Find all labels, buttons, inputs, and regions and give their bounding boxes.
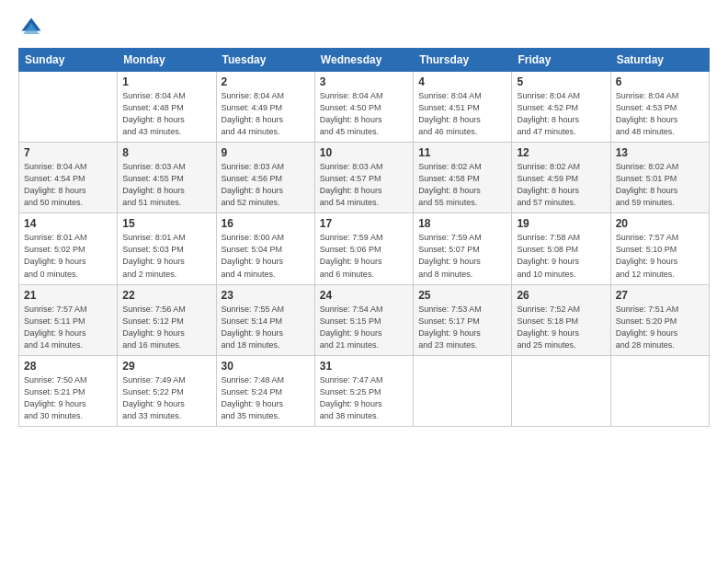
day-cell — [19, 72, 118, 143]
weekday-header-wednesday: Wednesday — [314, 49, 413, 72]
page: SundayMondayTuesdayWednesdayThursdayFrid… — [0, 0, 728, 563]
weekday-header-monday: Monday — [118, 49, 216, 72]
day-info: Sunrise: 8:04 AM Sunset: 4:48 PM Dayligh… — [122, 90, 210, 138]
day-cell — [512, 355, 610, 426]
day-info: Sunrise: 7:49 AM Sunset: 5:22 PM Dayligh… — [122, 374, 210, 422]
weekday-header-sunday: Sunday — [19, 49, 118, 72]
day-info: Sunrise: 7:57 AM Sunset: 5:10 PM Dayligh… — [616, 232, 704, 280]
header — [18, 15, 710, 40]
day-cell: 8Sunrise: 8:03 AM Sunset: 4:55 PM Daylig… — [118, 143, 216, 213]
day-number: 1 — [122, 75, 210, 88]
day-cell: 11Sunrise: 8:02 AM Sunset: 4:58 PM Dayli… — [414, 143, 512, 213]
week-row-5: 28Sunrise: 7:50 AM Sunset: 5:21 PM Dayli… — [19, 355, 710, 426]
day-number: 14 — [24, 217, 112, 230]
day-cell: 9Sunrise: 8:03 AM Sunset: 4:56 PM Daylig… — [216, 143, 314, 213]
day-number: 21 — [24, 289, 112, 302]
day-info: Sunrise: 8:00 AM Sunset: 5:04 PM Dayligh… — [222, 232, 310, 280]
day-number: 7 — [24, 146, 112, 159]
day-info: Sunrise: 7:53 AM Sunset: 5:17 PM Dayligh… — [418, 304, 506, 351]
day-cell: 15Sunrise: 8:01 AM Sunset: 5:03 PM Dayli… — [118, 213, 216, 284]
day-cell: 7Sunrise: 8:04 AM Sunset: 4:54 PM Daylig… — [19, 143, 118, 213]
day-number: 18 — [418, 217, 506, 230]
day-info: Sunrise: 8:03 AM Sunset: 4:57 PM Dayligh… — [320, 161, 408, 209]
weekday-header-friday: Friday — [512, 49, 610, 72]
day-cell: 2Sunrise: 8:04 AM Sunset: 4:49 PM Daylig… — [216, 72, 314, 143]
day-number: 16 — [222, 217, 310, 230]
day-number: 6 — [616, 75, 704, 88]
calendar-table: SundayMondayTuesdayWednesdayThursdayFrid… — [18, 48, 710, 427]
day-cell: 27Sunrise: 7:51 AM Sunset: 5:20 PM Dayli… — [610, 284, 709, 355]
day-number: 17 — [320, 217, 408, 230]
day-number: 5 — [517, 75, 605, 88]
day-cell: 13Sunrise: 8:02 AM Sunset: 5:01 PM Dayli… — [610, 143, 709, 213]
day-cell: 20Sunrise: 7:57 AM Sunset: 5:10 PM Dayli… — [610, 213, 709, 284]
day-number: 11 — [418, 146, 506, 159]
day-info: Sunrise: 8:04 AM Sunset: 4:53 PM Dayligh… — [616, 90, 704, 138]
day-info: Sunrise: 8:02 AM Sunset: 5:01 PM Dayligh… — [616, 161, 704, 209]
day-number: 12 — [517, 146, 605, 159]
day-info: Sunrise: 8:01 AM Sunset: 5:03 PM Dayligh… — [122, 232, 210, 280]
day-number: 31 — [320, 360, 408, 373]
day-info: Sunrise: 7:47 AM Sunset: 5:25 PM Dayligh… — [320, 374, 408, 422]
day-info: Sunrise: 7:50 AM Sunset: 5:21 PM Dayligh… — [24, 374, 112, 422]
day-info: Sunrise: 8:01 AM Sunset: 5:02 PM Dayligh… — [24, 232, 112, 280]
day-cell: 25Sunrise: 7:53 AM Sunset: 5:17 PM Dayli… — [414, 284, 512, 355]
day-cell: 19Sunrise: 7:58 AM Sunset: 5:08 PM Dayli… — [512, 213, 610, 284]
day-info: Sunrise: 7:59 AM Sunset: 5:07 PM Dayligh… — [418, 232, 506, 280]
day-cell: 30Sunrise: 7:48 AM Sunset: 5:24 PM Dayli… — [216, 355, 314, 426]
day-number: 13 — [616, 146, 704, 159]
day-info: Sunrise: 7:58 AM Sunset: 5:08 PM Dayligh… — [517, 232, 605, 280]
day-cell: 3Sunrise: 8:04 AM Sunset: 4:50 PM Daylig… — [314, 72, 413, 143]
day-info: Sunrise: 7:57 AM Sunset: 5:11 PM Dayligh… — [24, 304, 112, 351]
week-row-1: 1Sunrise: 8:04 AM Sunset: 4:48 PM Daylig… — [19, 72, 710, 143]
day-cell: 21Sunrise: 7:57 AM Sunset: 5:11 PM Dayli… — [19, 284, 118, 355]
day-info: Sunrise: 8:04 AM Sunset: 4:51 PM Dayligh… — [418, 90, 506, 138]
weekday-header-saturday: Saturday — [610, 49, 709, 72]
day-number: 15 — [122, 217, 210, 230]
day-info: Sunrise: 8:03 AM Sunset: 4:55 PM Dayligh… — [122, 161, 210, 209]
logo — [18, 15, 48, 40]
day-info: Sunrise: 8:04 AM Sunset: 4:52 PM Dayligh… — [517, 90, 605, 138]
day-number: 28 — [24, 360, 112, 373]
day-cell: 17Sunrise: 7:59 AM Sunset: 5:06 PM Dayli… — [314, 213, 413, 284]
day-cell: 28Sunrise: 7:50 AM Sunset: 5:21 PM Dayli… — [19, 355, 118, 426]
day-info: Sunrise: 8:03 AM Sunset: 4:56 PM Dayligh… — [222, 161, 310, 209]
day-info: Sunrise: 7:56 AM Sunset: 5:12 PM Dayligh… — [122, 304, 210, 351]
day-info: Sunrise: 8:02 AM Sunset: 4:59 PM Dayligh… — [517, 161, 605, 209]
day-info: Sunrise: 8:04 AM Sunset: 4:54 PM Dayligh… — [24, 161, 112, 209]
day-number: 25 — [418, 289, 506, 302]
week-row-4: 21Sunrise: 7:57 AM Sunset: 5:11 PM Dayli… — [19, 284, 710, 355]
day-info: Sunrise: 7:55 AM Sunset: 5:14 PM Dayligh… — [222, 304, 310, 351]
day-cell: 18Sunrise: 7:59 AM Sunset: 5:07 PM Dayli… — [414, 213, 512, 284]
day-info: Sunrise: 7:51 AM Sunset: 5:20 PM Dayligh… — [616, 304, 704, 351]
day-cell: 6Sunrise: 8:04 AM Sunset: 4:53 PM Daylig… — [610, 72, 709, 143]
weekday-header-thursday: Thursday — [414, 49, 512, 72]
day-number: 22 — [122, 289, 210, 302]
day-cell: 4Sunrise: 8:04 AM Sunset: 4:51 PM Daylig… — [414, 72, 512, 143]
day-info: Sunrise: 7:59 AM Sunset: 5:06 PM Dayligh… — [320, 232, 408, 280]
day-info: Sunrise: 7:48 AM Sunset: 5:24 PM Dayligh… — [222, 374, 310, 422]
day-cell — [414, 355, 512, 426]
day-cell: 5Sunrise: 8:04 AM Sunset: 4:52 PM Daylig… — [512, 72, 610, 143]
day-cell: 22Sunrise: 7:56 AM Sunset: 5:12 PM Dayli… — [118, 284, 216, 355]
day-cell: 1Sunrise: 8:04 AM Sunset: 4:48 PM Daylig… — [118, 72, 216, 143]
day-cell: 24Sunrise: 7:54 AM Sunset: 5:15 PM Dayli… — [314, 284, 413, 355]
day-number: 8 — [122, 146, 210, 159]
day-cell: 26Sunrise: 7:52 AM Sunset: 5:18 PM Dayli… — [512, 284, 610, 355]
day-cell: 12Sunrise: 8:02 AM Sunset: 4:59 PM Dayli… — [512, 143, 610, 213]
day-cell: 31Sunrise: 7:47 AM Sunset: 5:25 PM Dayli… — [314, 355, 413, 426]
day-info: Sunrise: 7:54 AM Sunset: 5:15 PM Dayligh… — [320, 304, 408, 351]
day-cell: 10Sunrise: 8:03 AM Sunset: 4:57 PM Dayli… — [314, 143, 413, 213]
day-info: Sunrise: 7:52 AM Sunset: 5:18 PM Dayligh… — [517, 304, 605, 351]
day-number: 10 — [320, 146, 408, 159]
day-number: 19 — [517, 217, 605, 230]
day-info: Sunrise: 8:04 AM Sunset: 4:49 PM Dayligh… — [222, 90, 310, 138]
week-row-2: 7Sunrise: 8:04 AM Sunset: 4:54 PM Daylig… — [19, 143, 710, 213]
day-cell: 14Sunrise: 8:01 AM Sunset: 5:02 PM Dayli… — [19, 213, 118, 284]
weekday-header-row: SundayMondayTuesdayWednesdayThursdayFrid… — [19, 49, 710, 72]
day-number: 3 — [320, 75, 408, 88]
logo-icon — [18, 15, 44, 40]
week-row-3: 14Sunrise: 8:01 AM Sunset: 5:02 PM Dayli… — [19, 213, 710, 284]
day-number: 23 — [222, 289, 310, 302]
day-number: 2 — [222, 75, 310, 88]
